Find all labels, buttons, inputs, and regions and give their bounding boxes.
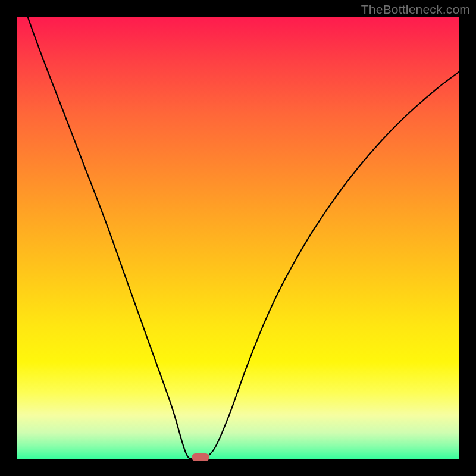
chart-frame bbox=[17, 17, 459, 459]
plot-area bbox=[17, 17, 459, 459]
watermark-text: TheBottleneck.com bbox=[361, 2, 470, 17]
minimum-marker bbox=[192, 453, 209, 461]
bottleneck-curve bbox=[17, 17, 459, 459]
